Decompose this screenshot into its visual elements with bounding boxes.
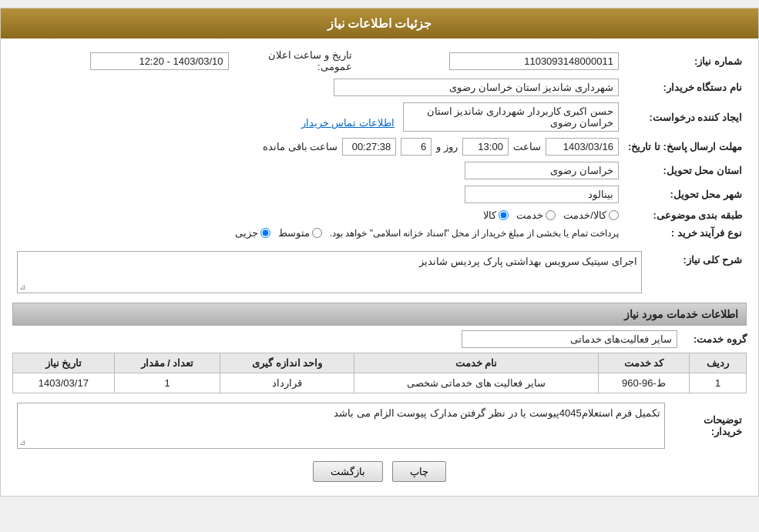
ijad-konande-value: حسن اکبری کاربردار شهرداری شاندیز استان … [12,99,623,135]
col-tedad: تعداد / مقدار [114,353,220,373]
saat-label: ساعت [513,141,541,152]
remaining-label: ساعت باقی مانده [263,141,338,152]
page-title: جزئیات اطلاعات نیاز [327,17,432,30]
tawzih-resize-icon: ⊿ [19,438,25,447]
radio-jozii-input[interactable] [260,228,270,238]
date-box: 1403/03/16 [546,138,619,156]
tawzih-value-cell: تکمیل فرم استعلام4045پیوست یا در نظر گرف… [12,400,670,452]
cell-tedad: 1 [114,373,220,393]
sharh-box: اجرای سیتیک سرویس بهداشتی پارک پردیس شان… [17,251,642,293]
services-table-body: 1 ط-96-960 سایر فعالیت های خدماتی شخصی ق… [13,373,747,393]
chap-button[interactable]: چاپ [392,461,446,482]
radio-jozii: جزیی [235,227,270,239]
radio-khadamat-label: خدمت [516,209,543,221]
radio-kala: کالا [483,209,509,221]
radio-jozii-label: جزیی [235,227,258,239]
shomare-niaz-box: 1103093148000011 [449,52,619,70]
radio-kala-khadamat-input[interactable] [609,210,619,220]
cell-vahed: قرارداد [220,373,354,393]
radio-motawaset: متوسط [278,227,322,239]
ijad-konande-link[interactable]: اطلاعات تماس خریدار [301,117,395,129]
row-sharh: شرح کلی نیاز: اجرای سیتیک سرویس بهداشتی … [12,248,747,296]
sharh-value-cell: اجرای سیتیک سرویس بهداشتی پارک پردیس شان… [12,248,646,296]
page-header: جزئیات اطلاعات نیاز [1,8,758,38]
remaining-box: 00:27:38 [342,138,396,156]
row-shomare-niaz: شماره نیاز: 1103093148000011 تاریخ و ساع… [12,46,747,75]
row-ostan: استان محل تحویل: خراسان رضوی [12,159,747,182]
taikh-label-cell: تاریخ و ساعت اعلان عمومی: [233,46,357,75]
services-table-header-row: ردیف کد خدمت نام خدمت واحد اندازه گیری ت… [13,353,747,373]
row-shahr: شهر محل تحویل: بینالود [12,182,747,206]
bazgasht-button[interactable]: بازگشت [313,461,383,482]
shahr-label: شهر محل تحویل: [623,182,747,206]
shahr-box: بینالود [465,186,619,203]
col-tarikh: تاریخ نیاز [13,353,115,373]
row-tawzih: توضیحات خریدار: تکمیل فرم استعلام4045پیو… [12,400,747,452]
ostan-box: خراسان رضوی [465,162,619,179]
nam-dastgah-label: نام دستگاه خریدار: [623,75,747,99]
col-kod-khadamat: کد خدمت [598,353,689,373]
content-area: شماره نیاز: 1103093148000011 تاریخ و ساع… [1,38,758,496]
tawzih-text: تکمیل فرم استعلام4045پیوست یا در نظر گرف… [334,407,660,419]
ostan-value: خراسان رضوی [12,159,623,182]
shomare-niaz-label: شماره نیاز: [623,46,747,75]
ijad-konande-label: ایجاد کننده درخواست: [623,99,747,135]
tabaqe-value: کالا/خدمت خدمت کالا [12,206,623,224]
sharh-section: شرح کلی نیاز: اجرای سیتیک سرویس بهداشتی … [12,248,747,296]
shomare-niaz-value: 1103093148000011 [357,46,623,75]
radio-kala-khadamat-label: کالا/خدمت [563,209,606,221]
taikh-value-box: 1403/03/10 - 12:20 [90,52,229,70]
saat-box: 13:00 [462,138,509,156]
radio-khadamat-input[interactable] [546,210,556,220]
mohlat-label: مهلت ارسال پاسخ: تا تاریخ: [623,135,747,159]
cell-tarikh: 1403/03/17 [13,373,115,393]
nam-dastgah-value: شهرداری شاندیز استان خراسان رضوی [12,75,623,99]
sharh-text: اجرای سیتیک سرویس بهداشتی پارک پردیس شان… [419,256,637,267]
taikh-label: تاریخ و ساعت اعلان عمومی: [268,49,352,72]
radio-motawaset-label: متوسط [278,227,310,239]
services-table-head: ردیف کد خدمت نام خدمت واحد اندازه گیری ت… [13,353,747,373]
shahr-value: بینالود [12,182,623,206]
taikh-value-cell: 1403/03/10 - 12:20 [12,46,233,75]
groh-khadamat-label: گروه خدمت: [677,333,747,345]
col-radif: ردیف [690,353,747,373]
noe-farayand-value: پرداخت تمام یا بخشی از مبلغ خریدار از مح… [12,224,623,242]
col-nam-khadamat: نام خدمت [354,353,599,373]
mohlat-value-cell: 1403/03/16 ساعت 13:00 روز و 6 00:27:38 س… [12,135,623,159]
groh-khadamat-row: گروه خدمت: سایر فعالیت‌های خدماتی [12,330,747,348]
noe-farayand-label: نوع فرآیند خرید : [623,224,747,242]
radio-kala-khadamat: کالا/خدمت [563,209,619,221]
ijad-konande-box: حسن اکبری کاربردار شهرداری شاندیز استان … [403,102,619,132]
button-row: چاپ بازگشت [12,461,747,482]
services-section-header: اطلاعات خدمات مورد نیاز [12,303,747,326]
resize-icon: ⊿ [19,283,25,291]
tabaqe-radio-group: کالا/خدمت خدمت کالا [17,209,619,221]
tawzih-label: توضیحات خریدار: [670,400,747,452]
tawzih-section: توضیحات خریدار: تکمیل فرم استعلام4045پیو… [12,400,747,452]
row-tabaqe: طبقه بندی موضوعی: کالا/خدمت خدمت [12,206,747,224]
ostan-label: استان محل تحویل: [623,159,747,182]
services-table: ردیف کد خدمت نام خدمت واحد اندازه گیری ت… [12,353,747,393]
col-vahed: واحد اندازه گیری [220,353,354,373]
radio-kala-label: کالا [483,209,496,221]
radio-kala-input[interactable] [499,210,509,220]
cell-nam-khadamat: سایر فعالیت های خدماتی شخصی [354,373,599,393]
table-row: 1 ط-96-960 سایر فعالیت های خدماتی شخصی ق… [13,373,747,393]
cell-radif: 1 [690,373,747,393]
radio-motawaset-input[interactable] [312,228,322,238]
page-wrapper: جزئیات اطلاعات نیاز شماره نیاز: 11030931… [0,8,759,497]
roz-label: روز و [436,141,458,152]
row-noe-farayand: نوع فرآیند خرید : پرداخت تمام یا بخشی از… [12,224,747,242]
sharh-label: شرح کلی نیاز: [646,248,747,296]
row-mohlat: مهلت ارسال پاسخ: تا تاریخ: 1403/03/16 سا… [12,135,747,159]
noe-farayand-radio-group: پرداخت تمام یا بخشی از مبلغ خریدار از مح… [17,227,619,239]
tawzih-box: تکمیل فرم استعلام4045پیوست یا در نظر گرف… [17,403,665,449]
nam-dastgah-box: شهرداری شاندیز استان خراسان رضوی [334,79,619,96]
noe-farayand-note: پرداخت تمام یا بخشی از مبلغ خریدار از مح… [330,228,619,239]
tabaqe-label: طبقه بندی موضوعی: [623,206,747,224]
info-table: شماره نیاز: 1103093148000011 تاریخ و ساع… [12,46,747,242]
radio-khadamat: خدمت [516,209,556,221]
cell-kod-khadamat: ط-96-960 [598,373,689,393]
groh-khadamat-box: سایر فعالیت‌های خدماتی [462,330,677,348]
roz-box: 6 [401,138,432,156]
